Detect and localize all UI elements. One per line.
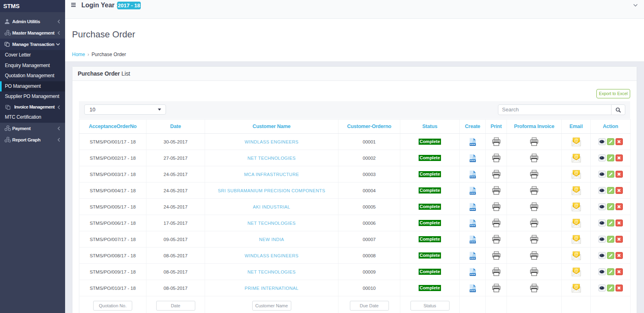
svg-text:@: @	[574, 284, 579, 289]
svg-text:@: @	[574, 235, 579, 240]
svg-text:@: @	[574, 219, 579, 224]
svg-text:@: @	[574, 138, 579, 143]
svg-text:@: @	[574, 203, 579, 208]
svg-text:@: @	[574, 252, 579, 256]
svg-text:@: @	[574, 154, 579, 159]
svg-text:@: @	[574, 170, 579, 175]
svg-text:@: @	[574, 187, 579, 191]
svg-text:@: @	[574, 268, 579, 273]
